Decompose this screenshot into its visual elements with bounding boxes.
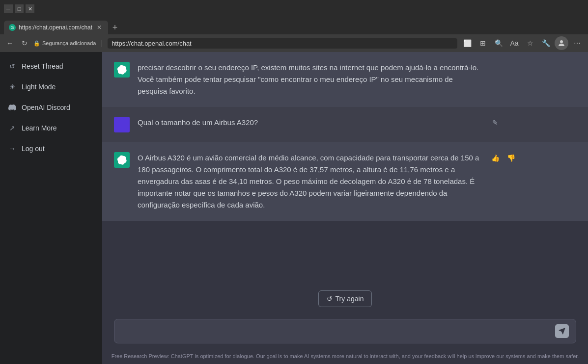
active-tab[interactable]: G https://chat.openai.com/chat ✕	[4, 21, 108, 34]
try-again-label: Try again	[336, 295, 364, 303]
sidebar: ↺ Reset Thread ☀ Light Mode OpenAI Disco…	[0, 52, 102, 364]
window-controls: ─ □ ✕	[4, 4, 34, 13]
assistant-message-actions: 👍 👎	[489, 152, 517, 164]
profile-icon[interactable]	[555, 36, 568, 50]
assistant-message-block: O Airbus A320 é um avião comercial de mé…	[102, 142, 588, 221]
grid-icon[interactable]: ⊞	[476, 36, 490, 50]
sidebar-item-learn-more[interactable]: ↗ Learn More	[0, 118, 102, 138]
url-separator: |	[101, 39, 103, 47]
thumbs-down-button[interactable]: 👎	[505, 152, 517, 164]
title-bar: ─ □ ✕	[0, 0, 588, 18]
cast-icon[interactable]: ⬜	[460, 36, 474, 50]
bookmark-icon[interactable]: ☆	[523, 36, 537, 50]
svg-point-0	[560, 40, 563, 43]
tab-favicon: G	[9, 24, 16, 31]
sidebar-item-light-mode[interactable]: ☀ Light Mode	[0, 77, 102, 97]
previous-message-text: precisar descobrir o seu endereço IP, ex…	[138, 62, 481, 97]
input-area	[102, 315, 588, 349]
search-icon[interactable]: 🔍	[492, 36, 505, 50]
learn-more-label: Learn More	[22, 124, 57, 132]
tab-bar: G https://chat.openai.com/chat ✕ +	[0, 18, 588, 34]
new-tab-button[interactable]: +	[108, 21, 122, 34]
chat-input[interactable]	[121, 325, 555, 337]
address-bar: ← ↻ 🔒 Segurança adicionada | ⬜ ⊞ 🔍 Aa ☆ …	[0, 34, 588, 52]
chat-area: precisar descobrir o seu endereço IP, ex…	[102, 52, 588, 283]
assistant-avatar-2	[114, 152, 130, 168]
refresh-button[interactable]: ↻	[19, 37, 30, 49]
try-again-button[interactable]: ↺ Try again	[318, 290, 372, 307]
reset-thread-label: Reset Thread	[22, 62, 63, 70]
reader-icon[interactable]: Aa	[507, 36, 521, 50]
close-button[interactable]: ✕	[26, 4, 34, 13]
previous-assistant-message: precisar descobrir o seu endereço IP, ex…	[102, 52, 588, 107]
send-button[interactable]	[555, 324, 569, 338]
maximize-button[interactable]: □	[15, 4, 24, 13]
log-out-label: Log out	[22, 145, 45, 153]
light-mode-label: Light Mode	[22, 83, 56, 91]
tab-label: https://chat.openai.com/chat	[19, 24, 92, 31]
back-button[interactable]: ←	[4, 37, 16, 49]
input-box	[114, 319, 576, 343]
sidebar-item-openai-discord[interactable]: OpenAI Discord	[0, 97, 102, 118]
learn-more-icon: ↗	[8, 124, 17, 132]
try-again-section: ↺ Try again	[102, 283, 588, 315]
thumbs-up-button[interactable]: 👍	[489, 152, 501, 164]
user-message-block: Qual o tamanho de um Airbus A320? ✎	[102, 107, 588, 142]
discord-icon	[8, 103, 17, 112]
assistant-avatar	[114, 62, 130, 78]
main-content: precisar descobrir o seu endereço IP, ex…	[102, 52, 588, 364]
assistant-message-text: O Airbus A320 é um avião comercial de mé…	[138, 152, 481, 211]
try-again-icon: ↺	[327, 295, 333, 303]
browser-chrome: ─ □ ✕ G https://chat.openai.com/chat ✕ +…	[0, 0, 588, 52]
extension-icon[interactable]: 🔧	[539, 36, 553, 50]
minimize-button[interactable]: ─	[4, 4, 13, 13]
tab-close-button[interactable]: ✕	[95, 24, 103, 31]
security-text: Segurança adicionada	[42, 40, 96, 46]
user-message-text: Qual o tamanho de um Airbus A320?	[138, 117, 481, 129]
toolbar-actions: ⬜ ⊞ 🔍 Aa ☆ 🔧 ⋯	[460, 36, 584, 50]
security-icon: 🔒	[33, 40, 40, 47]
sidebar-item-reset-thread[interactable]: ↺ Reset Thread	[0, 56, 102, 77]
reset-thread-icon: ↺	[8, 62, 17, 71]
log-out-icon: →	[8, 144, 17, 153]
openai-discord-label: OpenAI Discord	[22, 104, 70, 111]
app-container: ↺ Reset Thread ☀ Light Mode OpenAI Disco…	[0, 52, 588, 364]
light-mode-icon: ☀	[8, 82, 17, 91]
footer-text: Free Research Preview: ChatGPT is optimi…	[102, 349, 588, 364]
security-badge: 🔒 Segurança adicionada	[33, 40, 96, 47]
menu-icon[interactable]: ⋯	[570, 36, 584, 50]
edit-message-button[interactable]: ✎	[489, 117, 501, 129]
sidebar-item-log-out[interactable]: → Log out	[0, 138, 102, 159]
url-input[interactable]	[108, 38, 457, 49]
user-message-actions: ✎	[489, 117, 501, 129]
user-avatar	[114, 117, 130, 132]
